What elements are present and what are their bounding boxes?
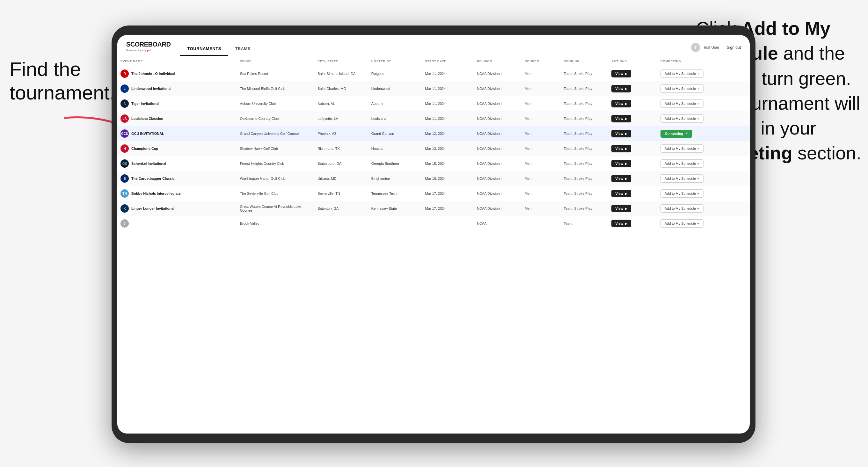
division-cell: NCAA Division I bbox=[474, 201, 522, 216]
tab-teams[interactable]: TEAMS bbox=[228, 42, 257, 56]
venue-cell: Grand Canyon University Golf Course bbox=[237, 126, 315, 141]
scoring-cell: Team, Stroke Play bbox=[561, 126, 609, 141]
view-button[interactable]: View ▶ bbox=[611, 190, 631, 197]
view-button[interactable]: View ▶ bbox=[611, 70, 631, 77]
start-date-cell: Mar 12, 2024 bbox=[422, 126, 474, 141]
actions-cell: View ▶ bbox=[608, 96, 657, 111]
th-competing: COMPETING bbox=[657, 56, 750, 66]
actions-cell: View ▶ bbox=[608, 66, 657, 81]
city-state-cell: Phoenix, AZ bbox=[314, 126, 368, 141]
event-name-text: Bobby Nichols Intercollegiate bbox=[131, 192, 181, 195]
scoring-cell: Team, Stroke Play bbox=[561, 141, 609, 156]
table-row: GCU GCU INVITATIONAL Grand Canyon Univer… bbox=[117, 126, 750, 141]
start-date-cell: Mar 15, 2024 bbox=[422, 156, 474, 171]
view-button[interactable]: View ▶ bbox=[611, 175, 631, 182]
venue-cell: Auburn University Club bbox=[237, 96, 315, 111]
competing-cell: Add to My Schedule + bbox=[657, 171, 750, 186]
sign-out-link[interactable]: Sign out bbox=[727, 45, 741, 50]
logo-powered: Powered by clippd bbox=[126, 49, 170, 52]
event-name-text: Louisiana Classics bbox=[131, 117, 163, 121]
add-to-schedule-button[interactable]: Add to My Schedule + bbox=[660, 159, 704, 168]
add-to-schedule-button[interactable]: Add to My Schedule + bbox=[660, 69, 704, 78]
city-state-cell: Lafayette, LA bbox=[314, 111, 368, 126]
event-name-text: The Johnnie - O Individual bbox=[131, 72, 175, 75]
scoring-cell: Team, Stroke Play bbox=[561, 171, 609, 186]
actions-cell: View ▶ bbox=[608, 171, 657, 186]
event-name-cell: R The Johnnie - O Individual bbox=[117, 66, 237, 81]
competing-cell: Add to My Schedule + bbox=[657, 111, 750, 126]
th-actions: ACTIONS bbox=[608, 56, 657, 66]
division-cell: NCAA Division I bbox=[474, 171, 522, 186]
table-row: L Lindenwood Invitational The Missouri B… bbox=[117, 81, 750, 96]
event-name-cell: TN Bobby Nichols Intercollegiate bbox=[117, 186, 237, 201]
view-button[interactable]: View ▶ bbox=[611, 115, 631, 122]
venue-cell: The Sevierville Golf Club bbox=[237, 186, 315, 201]
start-date-cell: Mar 13, 2024 bbox=[422, 141, 474, 156]
add-to-schedule-button[interactable]: Add to My Schedule + bbox=[660, 204, 704, 213]
event-name-cell: GS Schenkel Invitational bbox=[117, 156, 237, 171]
view-button[interactable]: View ▶ bbox=[611, 160, 631, 167]
view-button[interactable]: View ▶ bbox=[611, 100, 631, 107]
add-to-schedule-button[interactable]: Add to My Schedule + bbox=[660, 85, 704, 93]
event-name-cell: A Tiger Invitational bbox=[117, 96, 237, 111]
team-logo: L bbox=[121, 85, 129, 93]
competing-button[interactable]: Competing ✓ bbox=[660, 130, 692, 138]
add-to-schedule-button[interactable]: Add to My Schedule + bbox=[660, 99, 704, 108]
start-date-cell bbox=[422, 216, 474, 231]
add-to-schedule-button[interactable]: Add to My Schedule + bbox=[660, 115, 704, 123]
actions-cell: View ▶ bbox=[608, 216, 657, 231]
navbar: SCOREBOARD Powered by clippd TOURNAMENTS… bbox=[117, 35, 750, 56]
team-logo: H bbox=[121, 145, 129, 153]
team-logo: A bbox=[121, 99, 129, 108]
th-division: DIVISION bbox=[474, 56, 522, 66]
gender-cell: Men bbox=[522, 186, 561, 201]
city-state-cell: Saint Charles, MO bbox=[314, 81, 368, 96]
start-date-cell: Mar 11, 2024 bbox=[422, 81, 474, 96]
actions-cell: View ▶ bbox=[608, 201, 657, 216]
table-row: K Linger Longer Invitational Great Water… bbox=[117, 201, 750, 216]
competing-cell: Add to My Schedule + bbox=[657, 141, 750, 156]
event-name-text: Linger Longer Invitational bbox=[131, 207, 174, 210]
view-button[interactable]: View ▶ bbox=[611, 220, 631, 227]
division-cell: NCAA Division I bbox=[474, 66, 522, 81]
scoring-cell: Team, Stroke Play bbox=[561, 186, 609, 201]
view-button[interactable]: View ▶ bbox=[611, 85, 631, 92]
hosted-by-cell: Houston bbox=[368, 141, 422, 156]
th-venue: VENUE bbox=[237, 56, 315, 66]
th-hosted: HOSTED BY bbox=[368, 56, 422, 66]
tab-tournaments[interactable]: TOURNAMENTS bbox=[180, 42, 228, 56]
add-to-schedule-button[interactable]: Add to My Schedule + bbox=[660, 189, 704, 198]
event-name-text: The Carpetbagger Classic bbox=[131, 177, 175, 180]
scoring-cell: Team, Stroke Play bbox=[561, 81, 609, 96]
team-logo: GS bbox=[121, 159, 129, 168]
table-row: LA Louisiana Classics Oakbourne Country … bbox=[117, 111, 750, 126]
division-cell: NCAA Division I bbox=[474, 126, 522, 141]
add-to-schedule-button[interactable]: Add to My Schedule + bbox=[660, 175, 704, 183]
annotation-left-line1: Find the bbox=[9, 58, 81, 80]
view-button[interactable]: View ▶ bbox=[611, 145, 631, 152]
view-button[interactable]: View ▶ bbox=[611, 130, 631, 137]
team-logo: TN bbox=[121, 189, 129, 198]
division-cell: NCAA Division I bbox=[474, 96, 522, 111]
add-to-schedule-button[interactable]: Add to My Schedule + bbox=[660, 145, 704, 153]
competing-cell: Add to My Schedule + bbox=[657, 216, 750, 231]
event-name-cell: LA Louisiana Classics bbox=[117, 111, 237, 126]
table-row: TN Bobby Nichols Intercollegiate The Sev… bbox=[117, 186, 750, 201]
team-logo: ? bbox=[121, 219, 129, 227]
division-cell: NCAA Division I bbox=[474, 156, 522, 171]
event-name-cell: GCU GCU INVITATIONAL bbox=[117, 126, 237, 141]
add-to-schedule-button[interactable]: Add to My Schedule + bbox=[660, 219, 704, 227]
team-logo: K bbox=[121, 204, 129, 213]
city-state-cell: Auburn, AL bbox=[314, 96, 368, 111]
event-name-text: Schenkel Invitational bbox=[131, 162, 166, 165]
table-row: ? Brook ValleyNCAATeam,View ▶Add to My S… bbox=[117, 216, 750, 231]
gender-cell: Men bbox=[522, 201, 561, 216]
competing-cell: Competing ✓ bbox=[657, 126, 750, 141]
gender-cell: Men bbox=[522, 126, 561, 141]
table-row: B The Carpetbagger Classic Worthington M… bbox=[117, 171, 750, 186]
table-row: H Champions Cup Shadow Hawk Golf ClubRic… bbox=[117, 141, 750, 156]
scoring-cell: Team, Stroke Play bbox=[561, 201, 609, 216]
view-button[interactable]: View ▶ bbox=[611, 205, 631, 212]
hosted-by-cell: Kennesaw State bbox=[368, 201, 422, 216]
division-cell: NCAA Division I bbox=[474, 81, 522, 96]
